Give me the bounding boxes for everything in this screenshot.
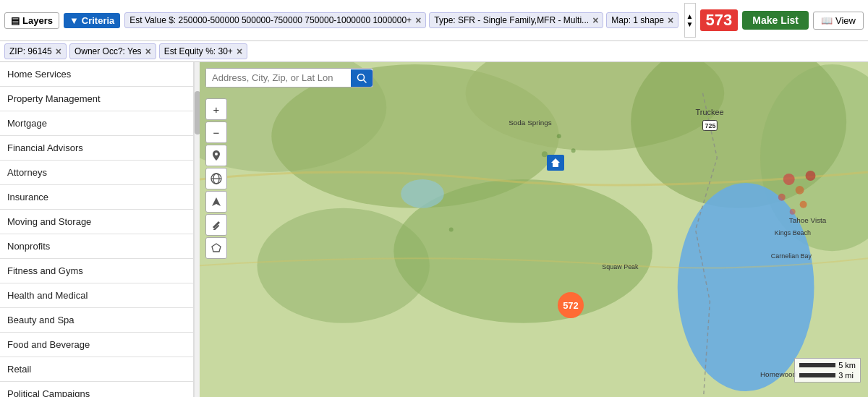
filter-tags-row1: Est Value $: 250000-500000 500000-750000… bbox=[124, 12, 679, 28]
svg-point-19 bbox=[449, 228, 454, 232]
zoom-in-button[interactable]: + bbox=[205, 98, 227, 120]
make-list-label: Make List bbox=[752, 14, 799, 26]
svg-point-13 bbox=[806, 171, 816, 181]
polygon-button[interactable] bbox=[205, 237, 227, 259]
svg-text:Tahoe Vista: Tahoe Vista bbox=[789, 216, 827, 224]
navigate-icon bbox=[211, 197, 221, 207]
layers-button[interactable]: ▤ Layers bbox=[4, 12, 59, 29]
tag-owner-label: Owner Occ?: Yes bbox=[75, 46, 142, 56]
map-house-marker[interactable] bbox=[547, 155, 564, 171]
tag-est-value-label: Est Value $: 250000-500000 500000-750000… bbox=[129, 15, 412, 25]
tag-owner[interactable]: Owner Occ?: Yes × bbox=[69, 43, 156, 59]
sidebar-item-food-and-beverage[interactable]: Food and Beverage bbox=[0, 333, 193, 357]
scale-bar: 5 km 3 mi bbox=[794, 358, 861, 383]
svg-point-16 bbox=[557, 134, 561, 138]
svg-text:Homewood: Homewood bbox=[760, 370, 796, 378]
sidebar-item-insurance[interactable]: Insurance bbox=[0, 185, 193, 210]
funnel-icon: ▼ bbox=[69, 15, 79, 26]
pin-button[interactable] bbox=[205, 145, 227, 166]
polygon-icon bbox=[211, 243, 221, 253]
filter-tags-row2: ZIP: 96145 × Owner Occ?: Yes × Est Equit… bbox=[4, 43, 864, 59]
toolbar-row1: ▤ Layers ▼ Criteria Est Value $: 250000-… bbox=[0, 0, 868, 41]
sidebar: Home Services Property Management Mortga… bbox=[0, 62, 194, 397]
pencil-icon bbox=[211, 220, 221, 230]
sidebar-item-political-campaigns[interactable]: Political Campaigns bbox=[0, 382, 193, 397]
sidebar-item-home-services[interactable]: Home Services bbox=[0, 62, 193, 87]
sidebar-item-health-and-medical[interactable]: Health and Medical bbox=[0, 283, 193, 308]
svg-marker-44 bbox=[212, 197, 221, 206]
svg-point-10 bbox=[783, 174, 795, 185]
sidebar-item-nonprofits[interactable]: Nonprofits bbox=[0, 234, 193, 259]
make-list-button[interactable]: Make List bbox=[742, 11, 809, 30]
tag-owner-close[interactable]: × bbox=[145, 46, 151, 57]
svg-text:Soda Springs: Soda Springs bbox=[509, 119, 552, 127]
tag-zip-label: ZIP: 96145 bbox=[9, 46, 52, 56]
navigate-button[interactable] bbox=[205, 191, 227, 213]
svg-point-15 bbox=[790, 209, 796, 215]
house-icon bbox=[550, 157, 561, 168]
sidebar-item-financial-advisors[interactable]: Financial Advisors bbox=[0, 136, 193, 161]
svg-point-12 bbox=[778, 194, 786, 201]
svg-text:Squaw Peak: Squaw Peak bbox=[602, 263, 639, 270]
tag-type-label: Type: SFR - Single Family,MFR - Multi... bbox=[434, 15, 589, 25]
svg-point-11 bbox=[796, 186, 804, 195]
map-search-input[interactable] bbox=[206, 69, 351, 87]
map-count-bubble[interactable]: 572 bbox=[558, 292, 584, 318]
map-background: Soda Springs Truckee Tahoe Vista Kings B… bbox=[200, 62, 868, 397]
criteria-button[interactable]: ▼ Criteria bbox=[64, 13, 120, 28]
map-search[interactable] bbox=[205, 68, 373, 87]
scale-3mi: 3 mi bbox=[838, 371, 854, 380]
pin-icon bbox=[211, 150, 221, 161]
sidebar-item-property-management[interactable]: Property Management bbox=[0, 87, 193, 111]
map-area[interactable]: Soda Springs Truckee Tahoe Vista Kings B… bbox=[200, 62, 868, 397]
tag-equity[interactable]: Est Equity %: 30+ × bbox=[159, 43, 247, 59]
sidebar-item-fitness-and-gyms[interactable]: Fitness and Gyms bbox=[0, 259, 193, 283]
svg-point-18 bbox=[571, 148, 576, 153]
svg-point-40 bbox=[215, 153, 218, 155]
svg-text:Kings Beach: Kings Beach bbox=[775, 229, 811, 236]
tag-type[interactable]: Type: SFR - Single Family,MFR - Multi...… bbox=[429, 12, 603, 28]
book-icon: 📖 bbox=[821, 15, 833, 26]
tag-map-label: Map: 1 shape bbox=[611, 15, 664, 25]
svg-line-39 bbox=[364, 80, 367, 82]
layers-label: Layers bbox=[22, 15, 53, 26]
tag-est-value[interactable]: Est Value $: 250000-500000 500000-750000… bbox=[124, 12, 426, 28]
view-button[interactable]: 📖 View bbox=[813, 12, 864, 30]
map-search-button[interactable] bbox=[351, 69, 373, 87]
scale-5km: 5 km bbox=[838, 361, 856, 370]
globe-button[interactable] bbox=[205, 168, 227, 189]
svg-point-14 bbox=[800, 201, 807, 208]
layers-icon: ▤ bbox=[11, 15, 20, 26]
result-count: 573 bbox=[700, 9, 739, 31]
svg-marker-48 bbox=[551, 158, 560, 167]
tag-zip[interactable]: ZIP: 96145 × bbox=[4, 43, 67, 59]
main-area: Home Services Property Management Mortga… bbox=[0, 62, 868, 397]
svg-text:Truckee: Truckee bbox=[696, 108, 724, 116]
tag-map-close[interactable]: × bbox=[668, 14, 673, 26]
sidebar-item-moving-and-storage[interactable]: Moving and Storage bbox=[0, 210, 193, 234]
search-icon bbox=[357, 73, 367, 83]
tag-equity-label: Est Equity %: 30+ bbox=[164, 46, 233, 56]
tag-map[interactable]: Map: 1 shape × bbox=[606, 12, 678, 28]
map-bubble-count: 572 bbox=[563, 300, 579, 311]
criteria-label: Criteria bbox=[82, 15, 115, 26]
draw-button[interactable] bbox=[205, 214, 227, 236]
sidebar-item-beauty-and-spa[interactable]: Beauty and Spa bbox=[0, 308, 193, 333]
scroll-arrow-up[interactable]: ▲▼ bbox=[684, 3, 696, 38]
tag-est-value-close[interactable]: × bbox=[415, 14, 421, 26]
tag-zip-close[interactable]: × bbox=[56, 46, 61, 57]
svg-point-9 bbox=[401, 179, 444, 208]
sidebar-item-attorneys[interactable]: Attorneys bbox=[0, 161, 193, 185]
svg-text:725: 725 bbox=[705, 122, 715, 129]
svg-marker-47 bbox=[212, 244, 221, 252]
svg-text:Carnelian Bay: Carnelian Bay bbox=[771, 252, 812, 260]
tag-type-close[interactable]: × bbox=[592, 14, 598, 26]
view-label: View bbox=[835, 15, 856, 26]
sidebar-scrollbar[interactable] bbox=[194, 62, 200, 397]
tag-equity-close[interactable]: × bbox=[237, 46, 242, 57]
sidebar-item-retail[interactable]: Retail bbox=[0, 357, 193, 382]
map-controls: + − bbox=[205, 98, 227, 259]
zoom-out-button[interactable]: − bbox=[205, 121, 227, 143]
globe-icon bbox=[210, 173, 222, 184]
sidebar-item-mortgage[interactable]: Mortgage bbox=[0, 111, 193, 136]
